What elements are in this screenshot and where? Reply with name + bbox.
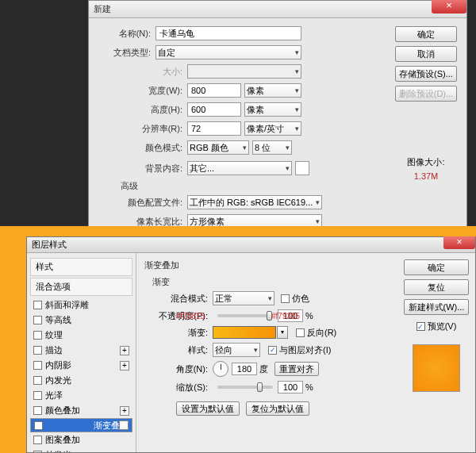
style-item-8[interactable]: ✓渐变叠加+ xyxy=(30,418,132,432)
titlebar[interactable]: 新建 × xyxy=(89,1,466,18)
reset-align-button[interactable]: 重置对齐 xyxy=(274,362,319,376)
doctype-label: 文档类型: xyxy=(98,47,155,59)
style-checkbox[interactable] xyxy=(33,376,42,385)
style-checkbox[interactable] xyxy=(33,436,42,444)
ok-button[interactable]: 确定 xyxy=(395,26,457,42)
angle-value[interactable]: 180 xyxy=(232,363,257,375)
style-checkbox[interactable]: ✓ xyxy=(34,421,43,430)
bitdepth-select[interactable]: 8 位▾ xyxy=(252,140,292,155)
align-checkbox[interactable]: ✓ xyxy=(268,346,277,355)
blend-options[interactable]: 混合选项 xyxy=(30,278,132,296)
style-item-label: 斜面和浮雕 xyxy=(45,299,89,311)
bgcolor-swatch[interactable] xyxy=(295,161,309,175)
add-effect-icon[interactable]: + xyxy=(119,420,129,430)
style-item-7[interactable]: 颜色叠加+ xyxy=(30,403,132,418)
style-item-2[interactable]: 纹理 xyxy=(30,328,132,343)
style-item-0[interactable]: 斜面和浮雕 xyxy=(30,298,132,313)
gradient-label: 渐变: xyxy=(157,327,213,339)
style-checkbox[interactable] xyxy=(33,451,42,452)
dither-checkbox[interactable] xyxy=(281,294,290,303)
scale-label: 缩放(S): xyxy=(157,382,213,393)
reset-button[interactable]: 复位 xyxy=(404,279,469,295)
style-item-4[interactable]: 内阴影+ xyxy=(30,358,132,373)
style-checkbox[interactable] xyxy=(33,301,42,309)
imgsize-value: 1.37M xyxy=(395,171,457,181)
opacity-slider[interactable] xyxy=(217,314,273,317)
style-item-3[interactable]: 描边+ xyxy=(30,343,132,358)
colormode-select[interactable]: RGB 颜色▾ xyxy=(187,140,249,155)
style-checkbox[interactable] xyxy=(33,406,42,415)
width-label: 宽度(W): xyxy=(98,85,187,97)
reverse-checkbox[interactable] xyxy=(296,328,305,337)
bgcontent-select[interactable]: 其它...▾ xyxy=(187,161,292,175)
angle-dial[interactable] xyxy=(213,361,228,377)
style-item-label: 图案叠加 xyxy=(45,434,80,446)
style-item-label: 外发光 xyxy=(45,449,71,452)
preview-label: 预览(V) xyxy=(428,321,457,332)
style-item-9[interactable]: 图案叠加 xyxy=(30,432,132,447)
res-unit-select[interactable]: 像素/英寸▾ xyxy=(244,121,301,136)
new-style-button[interactable]: 新建样式(W)... xyxy=(404,299,469,315)
style-label: 样式: xyxy=(157,344,213,356)
height-unit-select[interactable]: 像素▾ xyxy=(244,102,301,117)
style-item-label: 等高线 xyxy=(45,314,71,326)
color-annotation-2: #f79305 xyxy=(271,312,300,321)
right-buttons: 确定 复位 新建样式(W)... ✓预览(V) xyxy=(397,253,475,452)
gradient-dropdown-button[interactable]: ▾ xyxy=(277,326,288,339)
advanced-header[interactable]: 高级 xyxy=(121,180,457,192)
name-input[interactable] xyxy=(155,26,301,40)
blendmode-select[interactable]: 正常▾ xyxy=(213,291,274,305)
gradient-overlay-panel: 渐变叠加 渐变 混合模式: 正常▾ 仿色 不透明度(P): 100 % #f7b… xyxy=(136,253,397,452)
res-label: 分辨率(R): xyxy=(98,123,187,135)
style-item-10[interactable]: 外发光 xyxy=(30,447,132,452)
scale-slider[interactable] xyxy=(217,386,273,389)
section-header: 渐变叠加 xyxy=(144,259,390,271)
bgcontent-label: 背景内容: xyxy=(98,163,187,175)
width-unit-select[interactable]: 像素▾ xyxy=(244,83,301,98)
close-icon[interactable]: × xyxy=(443,236,475,249)
add-effect-icon[interactable]: + xyxy=(120,406,129,416)
dither-label: 仿色 xyxy=(292,293,309,305)
name-label: 名称(N): xyxy=(98,28,155,40)
style-item-label: 纹理 xyxy=(45,329,63,341)
blendmode-label: 混合模式: xyxy=(157,293,213,305)
gradient-style-select[interactable]: 径向▾ xyxy=(213,343,260,357)
height-label: 高度(H): xyxy=(98,104,187,116)
profile-select[interactable]: 工作中的 RGB: sRGB IEC619...▾ xyxy=(187,195,322,209)
reset-default-button[interactable]: 复位为默认值 xyxy=(246,401,309,416)
align-label: 与图层对齐(I) xyxy=(279,344,331,356)
gradient-preview[interactable] xyxy=(213,326,276,339)
preview-checkbox[interactable]: ✓ xyxy=(416,322,425,331)
style-checkbox[interactable] xyxy=(33,346,42,355)
scale-value[interactable]: 100 xyxy=(278,381,303,393)
size-select: ▾ xyxy=(187,64,301,79)
cancel-button[interactable]: 取消 xyxy=(395,46,457,62)
subsection: 渐变 xyxy=(152,276,390,288)
res-input[interactable] xyxy=(187,121,241,136)
dialog-title: 图层样式 xyxy=(32,239,67,251)
size-label: 大小: xyxy=(98,66,187,78)
profile-label: 颜色配置文件: xyxy=(98,197,187,209)
add-effect-icon[interactable]: + xyxy=(120,346,129,355)
style-item-6[interactable]: 光泽 xyxy=(30,388,132,403)
style-preview-swatch xyxy=(413,344,460,392)
close-icon[interactable]: × xyxy=(432,0,466,13)
style-checkbox[interactable] xyxy=(33,331,42,340)
height-input[interactable] xyxy=(187,102,241,117)
width-input[interactable] xyxy=(187,83,241,98)
doctype-select[interactable]: 自定▾ xyxy=(155,45,301,60)
add-effect-icon[interactable]: + xyxy=(120,361,129,370)
style-checkbox[interactable] xyxy=(33,391,42,400)
save-preset-button[interactable]: 存储预设(S)... xyxy=(395,66,457,82)
angle-label: 角度(N): xyxy=(157,363,213,375)
style-item-label: 描边 xyxy=(45,344,63,356)
styles-header[interactable]: 样式 xyxy=(30,258,132,276)
pct-label-2: % xyxy=(305,382,313,392)
titlebar[interactable]: 图层样式 × xyxy=(27,237,475,253)
make-default-button[interactable]: 设置为默认值 xyxy=(176,401,240,416)
style-item-5[interactable]: 内发光 xyxy=(30,373,132,388)
ok-button[interactable]: 确定 xyxy=(404,259,469,275)
style-checkbox[interactable] xyxy=(33,361,42,370)
style-checkbox[interactable] xyxy=(33,316,42,324)
style-item-1[interactable]: 等高线 xyxy=(30,313,132,328)
